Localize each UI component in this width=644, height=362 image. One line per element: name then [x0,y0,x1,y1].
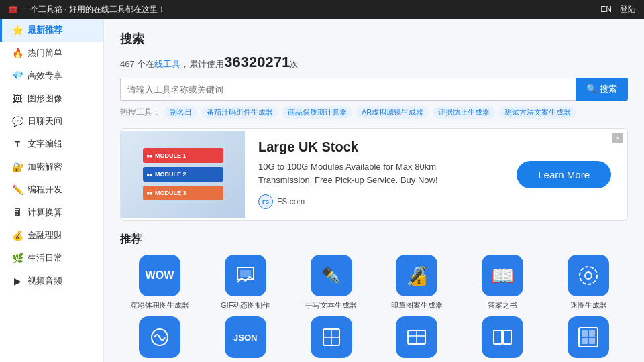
ad-module-orange: ■■ MODULE 3 [143,186,223,200]
stats-middle: ，累计使用 [180,59,224,69]
daily-icon: 💬 [11,116,23,127]
svg-rect-17 [589,338,595,344]
brand-name: FS.com [277,197,305,206]
share-icon: 💎 [11,70,23,81]
svg-rect-15 [589,330,595,337]
toolbox-icon: 🧰 [8,5,18,14]
fs-logo-icon: FS [258,194,273,209]
sidebar-item-life[interactable]: 🌿 生活日常 [0,247,103,269]
tool-item-4[interactable]: 📖 答案之书 [463,255,542,310]
sidebar-item-daily[interactable]: 💬 日聊天间 [0,110,103,133]
sidebar-item-calc[interactable]: 🖩 计算换算 [0,201,103,224]
topbar-brand: 🧰 一个工具箱 · 好用的在线工具都在这里！ [8,4,166,15]
stats-prefix: 467 个在 [120,59,154,69]
sidebar-item-label: 金融理财 [28,229,62,241]
tool-name-2: 手写文本生成器 [305,300,357,310]
life-icon: 🌿 [11,253,23,263]
ad-cta: Learn More [500,147,627,202]
sidebar-item-crypto[interactable]: 🔐 加密解密 [0,156,103,178]
sidebar-item-label: 生活日常 [28,252,62,264]
stats-link[interactable]: 线工具 [154,59,180,69]
tool-item-9[interactable]: 手绘漫画风格图片生成器 [378,316,457,362]
svg-point-3 [585,272,592,279]
sidebar-item-video[interactable]: ▶ 视频音频 [0,269,103,292]
hot-tag-0[interactable]: 别名日 [164,106,197,119]
text-icon: T [11,139,23,149]
sidebar-item-share[interactable]: 💎 高效专享 [0,64,103,87]
crypto-icon: 🔐 [11,162,23,172]
tool-item-0[interactable]: WOW 霓彩体积图生成器 [120,255,199,310]
tool-icon-9 [396,316,437,358]
tool-name-5: 迷圈生成器 [570,300,607,310]
svg-rect-1 [240,270,251,277]
hot-tag-5[interactable]: 测试方法文案生成器 [499,106,576,119]
tool-icon-8 [311,316,352,358]
image-icon: 🖼 [11,93,23,104]
tool-item-8[interactable]: 矩阵计算器 [292,316,371,362]
topbar-actions: EN 登陆 [600,4,636,15]
language-toggle[interactable]: EN [600,5,612,14]
sidebar-item-dev[interactable]: ✏️ 编程开发 [0,178,103,201]
tool-icon-4: 📖 [482,255,523,296]
tool-icon-5 [568,255,609,296]
tool-item-11[interactable]: 图片加水印 [549,316,628,362]
recommended-title: 推荐 [120,233,628,247]
dev-icon: ✏️ [11,184,23,195]
topbar-title: 一个工具箱 · 好用的在线工具都在这里！ [22,4,166,15]
ad-module-red: ■■ MODULE 1 [143,148,223,163]
topbar: 🧰 一个工具箱 · 好用的在线工具都在这里！ EN 登陆 [0,0,644,19]
sidebar-item-label: 文字编辑 [28,138,62,150]
sidebar-item-label: 视频音频 [28,275,62,287]
calc-icon: 🖩 [11,207,23,218]
hot-tag-2[interactable]: 商品保质期计算器 [282,106,352,119]
sidebar-item-label: 高效专享 [28,70,62,82]
svg-rect-16 [582,338,588,344]
tool-icon-3: 🔏 [396,255,437,296]
latest-icon: ⭐ [11,25,23,36]
ad-image: ■■ MODULE 1 ■■ MODULE 2 ■■ MODULE 3 [121,131,245,218]
sidebar-item-text[interactable]: T 文字编辑 [0,133,103,156]
popular-icon: 🔥 [11,48,23,58]
hot-tools-row: 热搜工具： 别名日 番茄汁码组件生成器 商品保质期计算器 AR虚拟滤镜生成器 证… [120,106,628,119]
sidebar-item-label: 编程开发 [28,184,62,196]
hot-label: 热搜工具： [120,107,160,118]
tool-icon-10 [482,316,523,358]
sidebar-item-popular[interactable]: 🔥 热门简单 [0,42,103,64]
search-input[interactable] [120,78,576,101]
ad-banner: ■■ MODULE 1 ■■ MODULE 2 ■■ MODULE 3 Larg… [120,128,628,221]
tool-item-10[interactable]: 图片拼接 [463,316,542,362]
search-button[interactable]: 🔍 搜索 [576,78,628,101]
sidebar-item-latest[interactable]: ⭐ 最新推荐 [0,19,103,42]
sidebar-item-label: 计算换算 [28,206,62,219]
tool-icon-0: WOW [139,255,180,296]
ad-close-button[interactable]: × [612,133,623,143]
tool-item-6[interactable]: 纠线图生成器 [120,316,199,362]
recommended-tools-grid: WOW 霓彩体积图生成器 GIF动态图制作 ✒️ 手写文本生成器 🔏 印章图案生… [120,255,628,362]
tool-item-2[interactable]: ✒️ 手写文本生成器 [292,255,371,310]
ad-desc: 10G to 100G Modules Available for Max 80… [258,160,486,186]
hot-tag-1[interactable]: 番茄汁码组件生成器 [201,106,278,119]
hot-tag-4[interactable]: 证据防止生成器 [433,106,495,119]
sidebar-item-image[interactable]: 🖼 图形图像 [0,87,103,110]
login-button[interactable]: 登陆 [620,4,636,15]
tool-icon-7: JSON [225,316,266,358]
tool-item-5[interactable]: 迷圈生成器 [549,255,628,310]
tool-icon-6 [139,316,180,358]
svg-point-2 [580,267,597,284]
sidebar-item-label: 图形图像 [28,93,62,105]
stats-count: 36320271 [224,54,290,70]
tool-icon-1 [225,255,266,296]
learn-more-button[interactable]: Learn More [517,161,611,188]
hot-tag-3[interactable]: AR虚拟滤镜生成器 [356,106,429,119]
video-icon: ▶ [11,276,23,286]
ad-content: Large UK Stock 10G to 100G Modules Avail… [245,129,500,220]
stats-suffix: 次 [290,59,299,69]
svg-rect-13 [579,328,598,347]
tool-item-7[interactable]: JSON JSONPath解析器 [206,316,285,362]
svg-rect-12 [503,330,511,344]
tool-name-3: 印章图案生成器 [391,300,443,310]
tool-item-3[interactable]: 🔏 印章图案生成器 [378,255,457,310]
svg-rect-14 [582,330,588,337]
sidebar-item-finance[interactable]: 💰 金融理财 [0,224,103,247]
tool-item-1[interactable]: GIF动态图制作 [206,255,285,310]
